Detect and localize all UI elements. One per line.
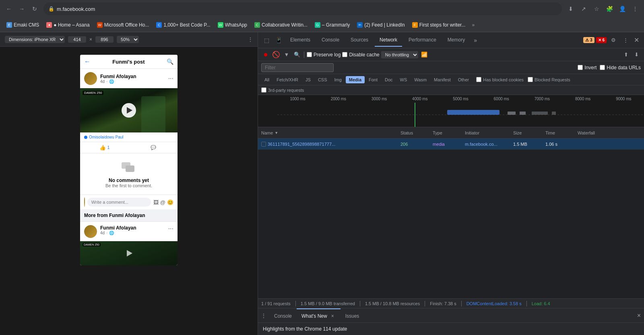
bookmark-collab[interactable]: C Collaborative Writin... — [251, 21, 311, 29]
preserve-log-checkbox[interactable] — [307, 52, 312, 57]
mobile-back-button[interactable]: ← — [84, 58, 91, 65]
comment-input[interactable] — [87, 198, 151, 207]
type-filter-fetch[interactable]: Fetch/XHR — [273, 76, 301, 83]
type-filter-font[interactable]: Font — [365, 76, 381, 83]
tab-elements[interactable]: Elements — [285, 34, 315, 47]
col-name[interactable]: Name ▼ — [258, 130, 397, 135]
tab-sources[interactable]: Sources — [346, 34, 373, 47]
bookmark-linkedin[interactable]: in (2) Feed | LinkedIn — [354, 21, 408, 29]
share-icon[interactable]: ↗ — [578, 3, 589, 14]
blocked-requests-label[interactable]: Blocked Requests — [528, 77, 570, 82]
type-filter-js[interactable]: JS — [302, 76, 314, 83]
devtools-close-button[interactable]: ✕ — [632, 35, 641, 45]
type-filter-other[interactable]: Other — [455, 76, 473, 83]
bookmark-asana[interactable]: ● ● Home – Asana — [43, 21, 93, 29]
height-input[interactable] — [95, 36, 114, 43]
type-filter-doc[interactable]: Doc — [382, 76, 396, 83]
bookmark-grammarly[interactable]: G – Grammarly — [312, 21, 353, 29]
type-filter-img[interactable]: Img — [331, 76, 345, 83]
tab-issues[interactable]: Issues — [341, 308, 364, 323]
bookmark-emaki[interactable]: E Emaki CMS — [3, 21, 42, 29]
mobile-search-icon[interactable]: 🔍 — [167, 58, 173, 65]
hide-data-urls-label[interactable]: Hide data URLs — [600, 65, 641, 70]
col-waterfall[interactable]: Waterfall — [574, 130, 644, 135]
toolbar-more-icon[interactable]: ⋮ — [248, 37, 253, 42]
filter-input[interactable] — [261, 63, 334, 72]
emoji-icon[interactable]: 😊 — [167, 199, 173, 205]
bookmark-firststeps[interactable]: F First steps for writer... — [409, 21, 469, 29]
refresh-button[interactable]: ↻ — [29, 3, 40, 14]
bookmark-msoffice[interactable]: W Microsoft Office Ho... — [94, 21, 153, 29]
type-filter-wasm[interactable]: Wasm — [411, 76, 430, 83]
bottom-menu-icon[interactable]: ⋮ — [258, 312, 269, 319]
width-input[interactable] — [68, 36, 86, 43]
more-post-more-button[interactable]: ··· — [168, 225, 173, 232]
warning-count-badge[interactable]: ⚠ 3 — [583, 37, 594, 43]
menu-icon[interactable]: ⋮ — [630, 3, 641, 14]
type-filter-css[interactable]: CSS — [315, 76, 330, 83]
clear-button[interactable]: 🚫 — [272, 50, 281, 59]
import-har-button[interactable]: ⬆ — [621, 50, 630, 59]
play-button[interactable] — [122, 103, 136, 118]
tab-whats-new[interactable]: What's New × — [297, 308, 341, 323]
tab-console-bottom[interactable]: Console — [269, 308, 297, 323]
type-filter-ws[interactable]: WS — [397, 76, 411, 83]
tab-memory[interactable]: Memory — [443, 34, 470, 47]
disable-cache-label[interactable]: Disable cache — [342, 52, 379, 58]
comment-button[interactable]: 💬 — [129, 142, 178, 153]
download-icon[interactable]: ⬇ — [565, 3, 576, 14]
forward-button[interactable]: → — [16, 3, 27, 14]
search-button[interactable]: 🔍 — [293, 50, 301, 59]
col-initiator[interactable]: Initiator — [462, 130, 510, 135]
preserve-log-label[interactable]: Preserve log — [307, 52, 341, 58]
profile-icon[interactable]: 👤 — [617, 3, 628, 14]
tab-network[interactable]: Network — [375, 34, 402, 47]
devtools-more-icon[interactable]: ⋮ — [620, 35, 631, 45]
bookmark-whatsapp[interactable]: W WhatsApp — [215, 21, 250, 29]
col-status[interactable]: Status — [397, 130, 429, 135]
more-tabs-button[interactable]: » — [471, 34, 479, 47]
type-filter-all[interactable]: All — [261, 76, 272, 83]
tab-console[interactable]: Console — [317, 34, 344, 47]
third-party-checkbox[interactable] — [261, 87, 266, 93]
blocked-requests-checkbox[interactable] — [528, 77, 533, 82]
col-time[interactable]: Time — [542, 130, 574, 135]
whats-new-close-icon[interactable]: × — [330, 312, 336, 320]
device-selector[interactable]: Dimensions: iPhone XR — [5, 36, 65, 43]
devtools-inspect-icon[interactable]: ⬚ — [261, 35, 272, 45]
online-icon[interactable]: 📶 — [420, 50, 429, 59]
tab-performance[interactable]: Performance — [404, 34, 441, 47]
extensions-icon[interactable]: 🧩 — [604, 3, 615, 14]
address-bar[interactable]: 🔒 m.facebook.com — [43, 2, 562, 15]
devtools-settings-icon[interactable]: ⚙ — [608, 35, 619, 45]
like-button[interactable]: 👍 1 — [80, 142, 129, 153]
col-type[interactable]: Type — [429, 130, 462, 135]
has-blocked-cookies-label[interactable]: Has blocked cookies — [476, 77, 524, 82]
filter-button[interactable]: ▼ — [282, 50, 291, 59]
throttle-selector[interactable]: No throttling — [381, 51, 418, 58]
error-count-badge[interactable]: ✕ 6 — [596, 37, 607, 43]
back-button[interactable]: ← — [3, 3, 14, 14]
table-row[interactable]: 361117891_5562898898871777... 206 media … — [258, 139, 644, 150]
zoom-selector[interactable]: 50% — [117, 36, 139, 43]
col-size[interactable]: Size — [510, 130, 542, 135]
third-party-label[interactable]: 3rd-party requests — [261, 87, 304, 93]
has-blocked-cookies-checkbox[interactable] — [476, 77, 481, 82]
image-icon[interactable]: 🖼 — [153, 199, 159, 205]
disable-cache-checkbox[interactable] — [342, 52, 347, 57]
bottom-close-button[interactable]: × — [634, 310, 644, 321]
devtools-device-icon[interactable]: 📱 — [273, 35, 284, 45]
bookmark-code[interactable]: C 1,000+ Best Code P... — [153, 21, 213, 29]
export-har-button[interactable]: ⬇ — [632, 50, 641, 59]
bookmark-star-icon[interactable]: ☆ — [591, 3, 602, 14]
post-more-button[interactable]: ··· — [168, 75, 173, 82]
type-filter-media[interactable]: Media — [346, 76, 365, 83]
invert-checkbox[interactable] — [578, 65, 583, 70]
bookmarks-more-button[interactable]: » — [469, 21, 477, 29]
type-filter-manifest[interactable]: Manifest — [431, 76, 454, 83]
hide-data-urls-checkbox[interactable] — [600, 65, 605, 70]
row-checkbox[interactable] — [261, 142, 266, 147]
mention-icon[interactable]: @ — [160, 199, 165, 205]
invert-label[interactable]: Invert — [578, 65, 597, 70]
record-button[interactable]: ⏺ — [261, 50, 270, 59]
